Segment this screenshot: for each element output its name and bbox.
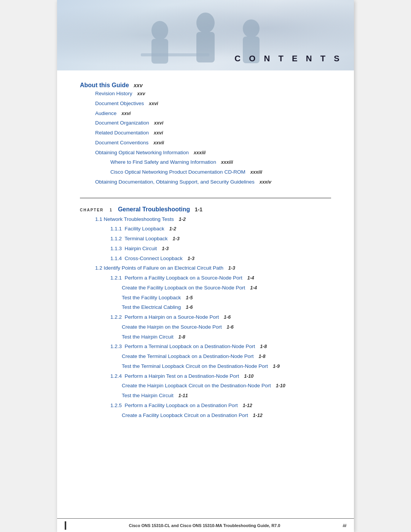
svg-rect-6 bbox=[141, 53, 209, 56]
list-item[interactable]: 1.1.4 Cross-Connect Loopback 1-3 bbox=[80, 254, 331, 264]
list-item[interactable]: 1.2 Identify Points of Failure on an Ele… bbox=[80, 263, 331, 273]
list-item[interactable]: Document Conventions xxvii bbox=[80, 138, 331, 148]
header-image: C O N T E N T S bbox=[57, 0, 354, 70]
chapter-1-entries: 1.1 Network Troubleshooting Tests 1-2 1.… bbox=[80, 214, 331, 420]
list-item[interactable]: Test the Facility Loopback 1-5 bbox=[80, 293, 331, 303]
chapter-title-row: General Troubleshooting 1-1 bbox=[118, 206, 202, 213]
page: C O N T E N T S About this Guide xxv Rev… bbox=[57, 0, 354, 532]
chapter-num: 1 bbox=[110, 208, 112, 212]
list-item[interactable]: Test the Hairpin Circuit 1-11 bbox=[80, 391, 331, 401]
list-item[interactable]: Create the Terminal Loopback on a Destin… bbox=[80, 351, 331, 361]
page-content: About this Guide xxv Revision History xx… bbox=[57, 70, 354, 443]
svg-point-0 bbox=[151, 21, 168, 40]
list-item[interactable]: 1.2.4 Perform a Hairpin Test on a Destin… bbox=[80, 371, 331, 381]
section-divider bbox=[80, 198, 331, 198]
list-item[interactable]: Test the Terminal Loopback Circuit on th… bbox=[80, 361, 331, 371]
svg-point-2 bbox=[196, 13, 215, 33]
footer-title: Cisco ONS 15310-CL and Cisco ONS 15310-M… bbox=[66, 523, 343, 528]
about-title[interactable]: About this Guide bbox=[80, 82, 129, 88]
list-item[interactable]: Document Objectives xxvi bbox=[80, 99, 331, 109]
list-item[interactable]: Create a Facility Loopback Circuit on a … bbox=[80, 411, 331, 420]
list-item[interactable]: Where to Find Safety and Warning Informa… bbox=[80, 157, 331, 167]
footer-page-num: iii bbox=[343, 523, 346, 528]
about-page: xxv bbox=[134, 82, 142, 88]
list-item[interactable]: 1.1.3 Hairpin Circuit 1-3 bbox=[80, 244, 331, 254]
about-section: About this Guide xxv Revision History xx… bbox=[80, 82, 331, 187]
list-item[interactable]: Create the Hairpin Loopback Circuit on t… bbox=[80, 381, 331, 391]
list-item[interactable]: Create the Facility Loopback on the Sour… bbox=[80, 283, 331, 293]
about-entries: Revision History xxv Document Objectives… bbox=[80, 89, 331, 187]
list-item[interactable]: 1.2.3 Perform a Terminal Loopback on a D… bbox=[80, 342, 331, 351]
contents-label: C O N T E N T S bbox=[234, 54, 342, 64]
svg-rect-1 bbox=[151, 39, 168, 64]
list-item[interactable]: Create the Hairpin on the Source-Node Po… bbox=[80, 322, 331, 332]
list-item[interactable]: Obtaining Optical Networking Information… bbox=[80, 148, 331, 158]
list-item[interactable]: Obtaining Documentation, Obtaining Suppo… bbox=[80, 177, 331, 187]
list-item[interactable]: 1.1.1 Facility Loopback 1-2 bbox=[80, 224, 331, 234]
svg-rect-3 bbox=[196, 32, 215, 62]
list-item[interactable]: 1.1.2 Terminal Loopback 1-3 bbox=[80, 234, 331, 244]
chapter-label: chapter bbox=[80, 208, 104, 212]
footer: Cisco ONS 15310-CL and Cisco ONS 15310-M… bbox=[57, 518, 354, 532]
chapter-label-row: chapter 1 General Troubleshooting 1-1 bbox=[80, 206, 331, 213]
chapter-1-section: chapter 1 General Troubleshooting 1-1 1.… bbox=[80, 206, 331, 420]
chapter-1-title[interactable]: General Troubleshooting bbox=[118, 206, 190, 212]
list-item[interactable]: 1.1 Network Troubleshooting Tests 1-2 bbox=[80, 214, 331, 224]
list-item[interactable]: Test the Hairpin Circuit 1-8 bbox=[80, 332, 331, 342]
list-item[interactable]: Cisco Optical Networking Product Documen… bbox=[80, 167, 331, 177]
list-item[interactable]: Related Documentation xxvi bbox=[80, 128, 331, 138]
list-item[interactable]: Test the Electrical Cabling 1-6 bbox=[80, 302, 331, 312]
list-item[interactable]: 1.2.1 Perform a Facility Loopback on a S… bbox=[80, 273, 331, 283]
list-item[interactable]: 1.2.2 Perform a Hairpin on a Source-Node… bbox=[80, 312, 331, 322]
list-item[interactable]: Audience xxvi bbox=[80, 109, 331, 118]
list-item[interactable]: 1.2.5 Perform a Facility Loopback on a D… bbox=[80, 401, 331, 411]
about-title-row: About this Guide xxv bbox=[80, 82, 331, 89]
list-item[interactable]: Revision History xxv bbox=[80, 89, 331, 99]
chapter-1-page: 1-1 bbox=[195, 206, 202, 212]
svg-point-4 bbox=[243, 19, 260, 38]
list-item[interactable]: Document Organization xxvi bbox=[80, 118, 331, 128]
